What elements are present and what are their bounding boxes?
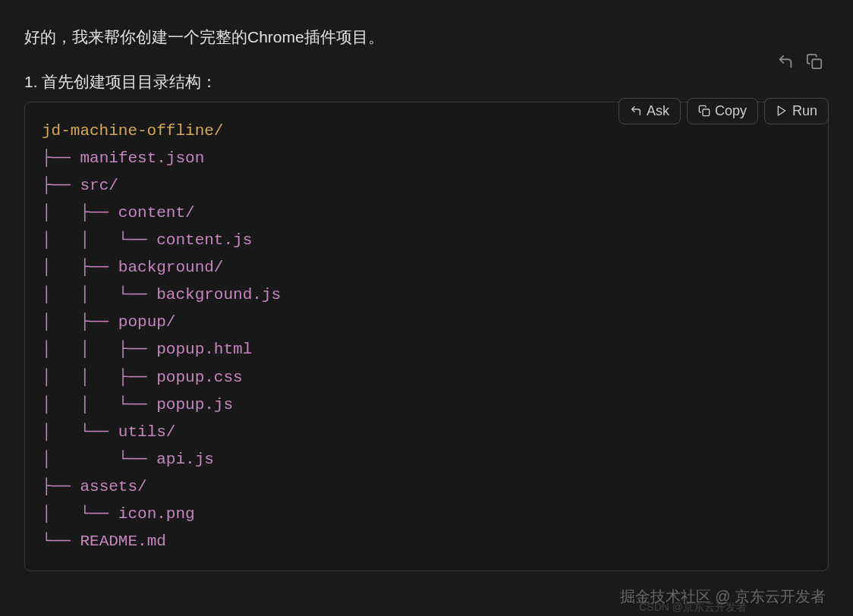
code-block: jd-machine-offline/ ├── manifest.json├──… <box>24 102 829 572</box>
file-name: icon.png <box>118 505 195 523</box>
tree-prefix: │ │ └── <box>42 396 156 413</box>
file-name: content.js <box>156 231 252 249</box>
tree-prefix: └── <box>42 533 80 550</box>
watermark-sub: CSDN @京东云开发者 <box>639 601 747 614</box>
dir-name: src/ <box>80 177 118 194</box>
tree-prefix: │ │ └── <box>42 286 156 303</box>
intro-text: 好的，我来帮你创建一个完整的Chrome插件项目。 <box>24 24 829 50</box>
dir-name: utils/ <box>118 423 176 441</box>
file-name: api.js <box>156 451 214 468</box>
code-line: │ └── api.js <box>42 446 811 473</box>
code-line: │ │ └── content.js <box>42 227 811 254</box>
reply-icon[interactable] <box>777 53 794 70</box>
code-line: │ │ ├── popup.css <box>42 364 811 391</box>
top-icons <box>777 53 823 70</box>
tree-prefix: │ ├── <box>42 259 118 276</box>
copy-icon[interactable] <box>806 53 823 70</box>
dir-name: assets/ <box>80 478 146 495</box>
section-title: 1. 首先创建项目目录结构： <box>24 71 829 93</box>
tree-prefix: ├── <box>42 149 80 167</box>
code-block-wrapper: Ask Copy Run jd-machine-offline/ ├── man… <box>24 102 829 572</box>
code-line: │ │ └── background.js <box>42 281 811 309</box>
file-name: popup.css <box>156 369 242 386</box>
root-dir: jd-machine-offline/ <box>42 122 223 140</box>
file-name: README.md <box>80 533 165 550</box>
code-line: ├── manifest.json <box>42 145 811 172</box>
tree-prefix: │ ├── <box>42 204 118 222</box>
dir-name: content/ <box>118 204 195 222</box>
code-line: │ ├── content/ <box>42 200 811 227</box>
code-line: ├── assets/ <box>42 473 811 501</box>
file-name: manifest.json <box>80 149 204 167</box>
svg-rect-1 <box>703 109 710 116</box>
code-line: └── README.md <box>42 528 811 555</box>
ask-label: Ask <box>647 103 669 119</box>
tree-prefix: │ │ ├── <box>42 369 156 386</box>
run-label: Run <box>792 103 817 119</box>
tree-prefix: ├── <box>42 177 80 194</box>
svg-rect-0 <box>812 59 821 68</box>
ask-button[interactable]: Ask <box>619 98 681 124</box>
code-line: │ └── utils/ <box>42 419 811 446</box>
code-line: │ │ ├── popup.html <box>42 336 811 363</box>
file-name: popup.html <box>156 341 252 358</box>
code-actions: Ask Copy Run <box>619 98 829 124</box>
tree-prefix: │ ├── <box>42 313 118 331</box>
svg-marker-2 <box>778 106 785 115</box>
dir-name: background/ <box>118 259 224 276</box>
copy-label: Copy <box>715 103 747 119</box>
code-line: │ ├── background/ <box>42 254 811 281</box>
tree-prefix: │ │ └── <box>42 231 156 249</box>
file-name: background.js <box>156 286 281 303</box>
tree-prefix: │ │ ├── <box>42 341 156 358</box>
code-line: │ └── icon.png <box>42 501 811 528</box>
run-button[interactable]: Run <box>764 98 829 124</box>
tree-prefix: │ └── <box>42 505 118 523</box>
tree-prefix: │ └── <box>42 423 118 441</box>
dir-name: popup/ <box>118 313 176 331</box>
file-name: popup.js <box>156 396 233 413</box>
copy-button[interactable]: Copy <box>687 98 758 124</box>
code-line: ├── src/ <box>42 172 811 200</box>
tree-prefix: │ └── <box>42 451 156 468</box>
code-line: │ ├── popup/ <box>42 309 811 336</box>
code-line: │ │ └── popup.js <box>42 391 811 419</box>
tree-prefix: ├── <box>42 478 80 495</box>
